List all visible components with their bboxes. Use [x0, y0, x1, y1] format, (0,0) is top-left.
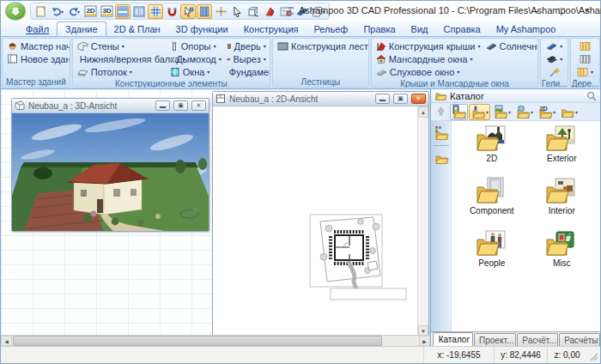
door-button[interactable]: Дверь▾: [224, 39, 269, 52]
cutout-button[interactable]: Вырез▾: [224, 52, 269, 65]
new-document-icon[interactable]: [33, 4, 49, 19]
mdi-area: Neubau_a : 3D-Ansicht ▬ ▣ ✕: [1, 89, 431, 346]
maximize-2d-button[interactable]: ▣: [393, 94, 408, 104]
redo-icon[interactable]: ▾: [66, 4, 82, 19]
undo-dropdown[interactable]: ▾: [61, 9, 64, 15]
catalog-internet-button[interactable]: ▾: [513, 104, 535, 120]
tab-project[interactable]: Проект...: [474, 333, 516, 346]
redo-dropdown[interactable]: ▾: [77, 9, 80, 15]
catalog-item-2d[interactable]: 2D: [457, 124, 527, 163]
minimize-3d-button[interactable]: ▬: [155, 100, 170, 111]
close-2d-button[interactable]: ✕: [411, 94, 426, 104]
roof-tool-icon[interactable]: [262, 4, 277, 19]
dormer-windows-button[interactable]: Мансардные окна▾: [373, 52, 536, 65]
tab-file[interactable]: Файл: [18, 22, 57, 36]
bottom-top-beam-button[interactable]: Нижняя/верхняя балка▾: [75, 52, 167, 65]
object-3d-icon[interactable]: [246, 4, 261, 19]
tab-building[interactable]: Здание: [57, 21, 106, 36]
window-controls: – □ ×: [523, 1, 600, 20]
scroll-up-button[interactable]: ▲: [418, 106, 428, 118]
qat-overflow-button[interactable]: [288, 7, 294, 15]
plan-2d-canvas[interactable]: [213, 106, 417, 337]
title-bar[interactable]: ▾ ▾ 2D 3D: [1, 1, 600, 21]
catalog-up-button[interactable]: [433, 104, 449, 120]
minimize-button[interactable]: –: [523, 1, 549, 20]
grid-icon[interactable]: [148, 4, 163, 19]
supports-button[interactable]: Опоры▾: [167, 39, 224, 52]
catalog-folder-button[interactable]: ▾: [558, 104, 580, 120]
view-3d-button[interactable]: 3D: [99, 4, 114, 19]
solar-panel-dark-button[interactable]: ▾: [543, 52, 565, 65]
window-2d-titlebar[interactable]: Neubau_a : 2D-Ansicht ▬ ▣ ✕: [213, 92, 428, 106]
status-z-coordinate: z: 0,00: [547, 347, 586, 363]
tab-calculations[interactable]: Расчёты: [559, 333, 600, 346]
catalog-objects-button[interactable]: [450, 104, 468, 120]
windows-button[interactable]: Окна▾: [167, 65, 224, 78]
scroll-left-button[interactable]: ◀: [1, 336, 12, 346]
folder-interior-icon: [544, 177, 579, 206]
catalog-item-misc[interactable]: Misc: [527, 229, 598, 268]
resize-grip[interactable]: [586, 347, 600, 363]
catalog-item-exterior[interactable]: Exterior: [527, 124, 598, 163]
split-horizontal-icon[interactable]: [115, 4, 131, 19]
foundation-button[interactable]: Фундамент▾: [224, 65, 269, 78]
ceiling-button[interactable]: Потолок▾: [75, 65, 167, 78]
catalog-item-people[interactable]: People: [457, 229, 527, 268]
close-button[interactable]: ×: [574, 1, 600, 20]
scrollbar-thumb[interactable]: [13, 336, 382, 346]
view-2d-button[interactable]: 2D: [82, 4, 98, 19]
walls-button[interactable]: Стены▾: [75, 39, 167, 52]
catalog-root-objects-button[interactable]: [433, 124, 450, 143]
solar-element-icon: [486, 41, 497, 51]
solar-element-button[interactable]: Солнечный элемент▾: [483, 39, 539, 52]
dormer-button[interactable]: Слуховое окно▾: [373, 65, 536, 78]
undo-icon[interactable]: ▾: [50, 4, 65, 19]
catalog-item-interior[interactable]: Interior: [527, 177, 598, 215]
search-icon[interactable]: [586, 91, 597, 101]
new-building-button[interactable]: Новое здание: [4, 52, 70, 65]
catalog-materials-button[interactable]: ▾: [469, 104, 490, 120]
stair-construction-button[interactable]: Конструкция лестницы▾: [275, 39, 369, 52]
catalog-item-component[interactable]: Component: [457, 177, 527, 215]
catalog-root-folder-button[interactable]: [433, 149, 450, 167]
cursor-icon[interactable]: [229, 4, 245, 19]
chimney-button[interactable]: Дымоход▾: [167, 52, 224, 65]
catalog-textures-button[interactable]: ▾: [491, 104, 513, 120]
snap-magnet-icon[interactable]: [164, 4, 179, 19]
maximize-button[interactable]: □: [549, 1, 574, 20]
close-3d-button[interactable]: ✕: [191, 100, 206, 111]
tab-help[interactable]: Справка: [436, 22, 489, 36]
door-icon: [227, 41, 232, 52]
columns-tool-icon[interactable]: [197, 4, 212, 19]
tab-construction[interactable]: Конструкция: [236, 22, 307, 36]
minimize-2d-button[interactable]: ▬: [375, 94, 390, 104]
vertical-scrollbar-2d[interactable]: ▲ ▼: [417, 106, 428, 337]
maximize-3d-button[interactable]: ▣: [173, 100, 188, 111]
timber-wall-button[interactable]: [577, 39, 593, 52]
application-menu-button[interactable]: [3, 2, 27, 21]
select-element-icon[interactable]: [180, 4, 196, 19]
tab-my-ashampoo[interactable]: My Ashampoo: [489, 22, 564, 36]
svg-text:3D: 3D: [102, 7, 111, 15]
catalog-2d-button[interactable]: 2D▾: [536, 104, 557, 120]
tab-terrain[interactable]: Рельеф: [307, 22, 356, 36]
tab-catalog[interactable]: Каталог: [433, 332, 473, 346]
split-vertical-icon[interactable]: [131, 4, 147, 19]
tab-edit[interactable]: Правка: [355, 22, 403, 36]
ribbon-group-stairs: Конструкция лестницы▾ Лестницы: [272, 38, 369, 88]
window-3d-titlebar[interactable]: Neubau_a : 3D-Ansicht ▬ ▣ ✕: [12, 99, 209, 113]
tab-3d-functions[interactable]: 3D функции: [168, 22, 236, 36]
timber-frame-button[interactable]: [577, 52, 593, 65]
solar-wizard-button[interactable]: [546, 65, 562, 78]
scroll-right-button[interactable]: ▶: [419, 336, 430, 346]
roof-construction-button[interactable]: Конструкция крыши▾: [373, 39, 483, 52]
tab-calculation[interactable]: Расчёт...: [517, 333, 558, 346]
start-wizard-button[interactable]: Мастер начала: [4, 39, 70, 52]
tab-2d-plan[interactable]: 2D & План: [106, 22, 168, 36]
tab-view[interactable]: Вид: [404, 22, 436, 36]
timber-beam-button[interactable]: ▾: [574, 65, 596, 78]
render-3d-canvas[interactable]: [12, 113, 209, 231]
measure-axis-icon[interactable]: [213, 4, 228, 19]
solar-panel-blue-button[interactable]: ▾: [543, 39, 565, 52]
horizontal-scrollbar-mdi[interactable]: ◀ ▶: [1, 335, 430, 346]
